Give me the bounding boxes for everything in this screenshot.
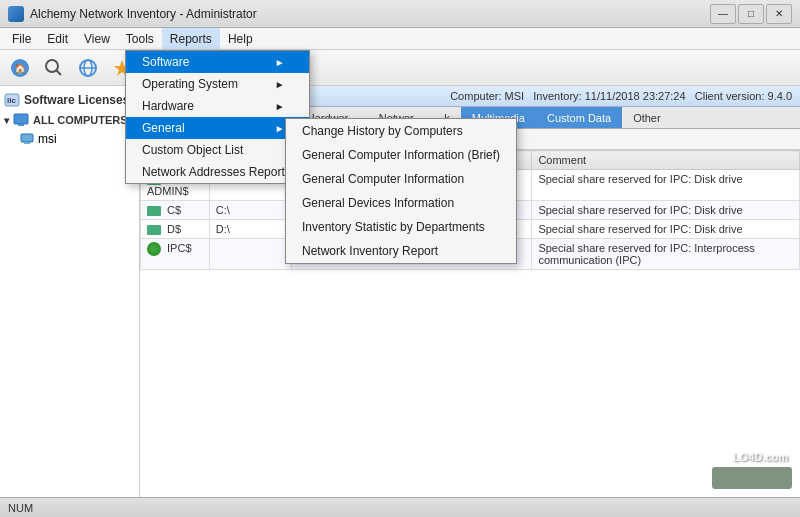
cell-comment-0: Special share reserved for IPC: Disk dri… (532, 170, 800, 201)
sidebar-licenses[interactable]: lic Software Licenses (0, 90, 139, 110)
computer-icon (20, 133, 34, 145)
license-icon: lic (4, 93, 20, 107)
svg-rect-10 (14, 114, 28, 124)
sidebar-msi-label: msi (38, 132, 57, 146)
sidebar-license-label: Software Licenses (24, 93, 129, 107)
status-text: NUM (8, 502, 33, 514)
search-icon (44, 58, 64, 78)
title-bar-left: Alchemy Network Inventory - Administrato… (8, 6, 257, 22)
cell-localpath-3 (209, 239, 292, 270)
submenu-arrow: ► (275, 57, 285, 68)
menu-edit[interactable]: Edit (39, 28, 76, 49)
submenu-computer-info[interactable]: General Computer Information (286, 167, 516, 191)
row-name-1: C$ (167, 204, 181, 216)
cell-comment-1: Special share reserved for IPC: Disk dri… (532, 201, 800, 220)
sidebar-root-label: ALL COMPUTERS (33, 114, 128, 126)
row-name-3: IPC$ (167, 242, 191, 254)
row-name-0: ADMIN$ (147, 185, 189, 197)
submenu-network-inventory[interactable]: Network Inventory Report (286, 239, 516, 263)
reports-menu-software[interactable]: Software ► (126, 51, 309, 73)
menu-file[interactable]: File (4, 28, 39, 49)
title-bar-controls: — □ ✕ (710, 4, 792, 24)
maximize-button[interactable]: □ (738, 4, 764, 24)
submenu-change-history[interactable]: Change History by Computers (286, 119, 516, 143)
cell-name-3: IPC$ (141, 239, 210, 270)
svg-rect-13 (24, 142, 30, 144)
minimize-button[interactable]: — (710, 4, 736, 24)
tab-customdata[interactable]: Custom Data (536, 107, 622, 128)
submenu-arrow-os: ► (275, 79, 285, 90)
title-bar-text: Alchemy Network Inventory - Administrato… (30, 7, 257, 21)
toolbar-search-button[interactable] (38, 53, 70, 83)
general-submenu[interactable]: Change History by Computers General Comp… (285, 118, 517, 264)
status-bar: NUM (0, 497, 800, 517)
submenu-inventory-statistic[interactable]: Inventory Statistic by Departments (286, 215, 516, 239)
app-icon (8, 6, 24, 22)
watermark: LO4D.com (712, 467, 792, 491)
reports-menu-os[interactable]: Operating System ► (126, 73, 309, 95)
col-comment: Comment (532, 151, 800, 170)
cell-localpath-1: C:\ (209, 201, 292, 220)
svg-rect-12 (21, 134, 33, 142)
share-icon (147, 225, 161, 235)
sidebar: lic Software Licenses ▾ ALL COMPUTERS ms… (0, 86, 140, 517)
info-inventory: Inventory: 11/11/2018 23:27:24 (533, 90, 685, 102)
menu-tools[interactable]: Tools (118, 28, 162, 49)
expand-icon: ▾ (4, 115, 9, 126)
submenu-brief-info[interactable]: General Computer Information (Brief) (286, 143, 516, 167)
reports-menu-network[interactable]: Network Addresses Report (126, 161, 309, 183)
svg-text:🏠: 🏠 (14, 62, 27, 75)
cell-localpath-2: D:\ (209, 220, 292, 239)
menu-view[interactable]: View (76, 28, 118, 49)
ipc-icon (147, 242, 161, 256)
cell-comment-2: Special share reserved for IPC: Disk dri… (532, 220, 800, 239)
toolbar-globe-button[interactable] (72, 53, 104, 83)
info-computer: Computer: MSI (450, 90, 524, 102)
cell-name-1: C$ (141, 201, 210, 220)
toolbar: 🏠 (0, 50, 800, 86)
tab-other[interactable]: Other (622, 107, 672, 128)
menu-help[interactable]: Help (220, 28, 261, 49)
info-client: Client version: 9.4.0 (695, 90, 792, 102)
watermark-text: LO4D.com (733, 451, 788, 463)
svg-rect-14 (712, 467, 792, 489)
globe-icon (78, 58, 98, 78)
share-icon (147, 206, 161, 216)
cell-name-2: D$ (141, 220, 210, 239)
reports-menu[interactable]: Software ► Operating System ► Hardware ►… (125, 50, 310, 184)
svg-line-3 (56, 70, 61, 75)
reports-menu-hardware[interactable]: Hardware ► (126, 95, 309, 117)
reports-menu-custom[interactable]: Custom Object List (126, 139, 309, 161)
cell-comment-3: Special share reserved for IPC: Interpro… (532, 239, 800, 270)
svg-rect-11 (18, 124, 24, 126)
reports-menu-general[interactable]: General ► (126, 117, 309, 139)
submenu-devices-info[interactable]: General Devices Information (286, 191, 516, 215)
submenu-arrow-gen: ► (275, 123, 285, 134)
home-icon: 🏠 (10, 58, 30, 78)
row-name-2: D$ (167, 223, 181, 235)
watermark-bg (712, 467, 792, 489)
toolbar-home-button[interactable]: 🏠 (4, 53, 36, 83)
title-bar: Alchemy Network Inventory - Administrato… (0, 0, 800, 28)
computers-icon (13, 113, 29, 127)
close-button[interactable]: ✕ (766, 4, 792, 24)
menu-bar: File Edit View Tools Reports Help (0, 28, 800, 50)
sidebar-all-computers[interactable]: ▾ ALL COMPUTERS (0, 110, 139, 130)
svg-text:lic: lic (7, 96, 16, 105)
menu-reports[interactable]: Reports (162, 28, 220, 49)
sidebar-item-msi[interactable]: msi (0, 130, 139, 148)
submenu-arrow-hw: ► (275, 101, 285, 112)
